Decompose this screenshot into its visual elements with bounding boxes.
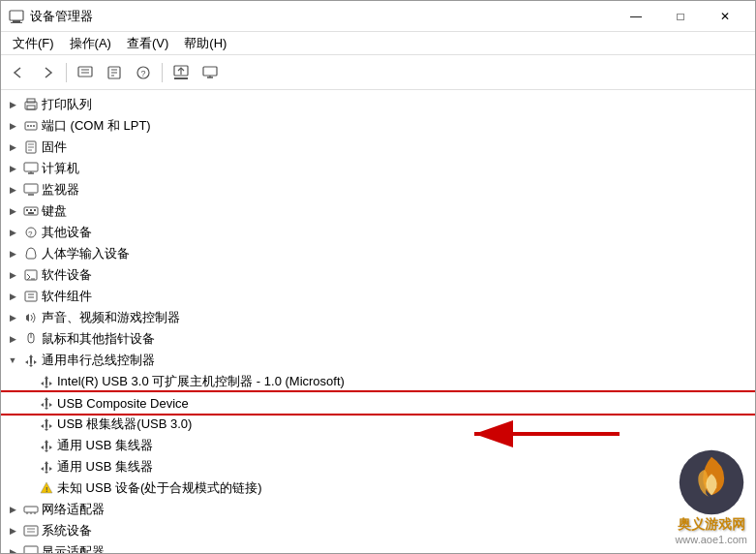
keyboard-icon xyxy=(23,203,39,219)
monitor-button[interactable] xyxy=(197,59,224,86)
sound-icon xyxy=(23,310,39,325)
usb-generic1-icon xyxy=(39,438,54,453)
usb-generic1-label: 通用 USB 集线器 xyxy=(57,437,153,454)
hid-icon xyxy=(23,246,39,262)
svg-rect-38 xyxy=(28,212,34,214)
expand-net-adapter[interactable]: ▶ xyxy=(5,502,20,517)
content-area: ▶ 打印队列 ▶ 端口 (COM 和 LPT) ▶ xyxy=(1,90,755,553)
expand-mouse[interactable]: ▶ xyxy=(5,331,20,347)
expand-computer[interactable]: ▶ xyxy=(5,161,20,176)
tree-item-printers[interactable]: ▶ 打印队列 xyxy=(1,94,755,115)
svg-rect-20 xyxy=(27,106,35,109)
tree-item-usb-generic2[interactable]: ▶ 通用 USB 集线器 xyxy=(1,456,755,477)
svg-rect-56 xyxy=(24,546,38,553)
tree-item-mouse[interactable]: ▶ 鼠标和其他指针设备 xyxy=(1,328,755,350)
expand-software-dev[interactable]: ▶ xyxy=(5,267,20,283)
menu-action[interactable]: 操作(A) xyxy=(62,33,119,54)
menu-file[interactable]: 文件(F) xyxy=(5,33,62,54)
svg-rect-3 xyxy=(78,67,92,77)
expand-system[interactable]: ▶ xyxy=(5,523,20,539)
tree-item-display[interactable]: ▶ 显示适配器 xyxy=(1,541,755,553)
display-icon xyxy=(23,544,39,553)
printer-icon xyxy=(23,97,39,112)
tree-item-system[interactable]: ▶ 系统设备 xyxy=(1,520,755,541)
monitor-icon xyxy=(202,65,218,80)
expand-software-comp[interactable]: ▶ xyxy=(5,289,20,304)
software-comp-label: 软件组件 xyxy=(42,288,92,305)
show-hidden-icon xyxy=(77,65,93,80)
other-label: 其他设备 xyxy=(42,224,92,241)
tree-item-usb-generic1[interactable]: ▶ 通用 USB 集线器 xyxy=(1,435,755,456)
tree-item-ports[interactable]: ▶ 端口 (COM 和 LPT) xyxy=(1,115,755,137)
computer-icon xyxy=(23,161,39,176)
tree-item-sound[interactable]: ▶ 声音、视频和游戏控制器 xyxy=(1,307,755,328)
usb-composite-label: USB Composite Device xyxy=(57,396,189,411)
sw-comp-icon xyxy=(23,289,39,304)
tree-item-software-comp[interactable]: ▶ 软件组件 xyxy=(1,286,755,307)
back-button[interactable] xyxy=(5,59,32,86)
expand-printers[interactable]: ▶ xyxy=(5,97,20,112)
minimize-button[interactable]: — xyxy=(614,1,658,32)
menu-view[interactable]: 查看(V) xyxy=(119,33,176,54)
svg-text:?: ? xyxy=(141,69,146,78)
expand-display[interactable]: ▶ xyxy=(5,544,20,553)
update-button[interactable] xyxy=(167,59,195,86)
tree-item-monitors[interactable]: ▶ 监视器 xyxy=(1,179,755,200)
usb-hub1-icon xyxy=(39,416,54,432)
usb-generic2-icon xyxy=(39,459,54,475)
tree-item-usb-ctrl[interactable]: ▼ 通用串行总线控制器 xyxy=(1,350,755,371)
svg-rect-35 xyxy=(26,209,28,211)
properties-button[interactable] xyxy=(101,59,128,86)
tree-item-firmware[interactable]: ▶ 固件 xyxy=(1,137,755,158)
forward-button[interactable] xyxy=(34,59,61,86)
intel-usb-label: Intel(R) USB 3.0 可扩展主机控制器 - 1.0 (Microso… xyxy=(57,373,345,390)
usb-hub1-label: USB 根集线器(USB 3.0) xyxy=(57,416,192,433)
expand-hid[interactable]: ▶ xyxy=(5,246,20,262)
expand-ports[interactable]: ▶ xyxy=(5,118,20,134)
monitors-label: 监视器 xyxy=(42,181,79,199)
tree-item-computer[interactable]: ▶ 计算机 xyxy=(1,158,755,179)
menu-help[interactable]: 帮助(H) xyxy=(176,33,234,54)
expand-other[interactable]: ▶ xyxy=(5,225,20,240)
hid-label: 人体学输入设备 xyxy=(42,245,130,262)
svg-rect-29 xyxy=(24,163,38,171)
device-tree[interactable]: ▶ 打印队列 ▶ 端口 (COM 和 LPT) ▶ xyxy=(1,90,755,553)
svg-rect-53 xyxy=(24,526,38,536)
usb-unknown-icon: ! xyxy=(39,480,54,496)
expand-sound[interactable]: ▶ xyxy=(5,310,20,325)
firmware-label: 固件 xyxy=(42,138,67,156)
svg-text:!: ! xyxy=(45,485,48,494)
tree-item-usb-composite[interactable]: ▶ USB Composite Device xyxy=(1,392,755,414)
tree-item-net-adapter[interactable]: ▶ 网络适配器 xyxy=(1,499,755,520)
expand-monitors[interactable]: ▶ xyxy=(5,182,20,198)
mouse-label: 鼠标和其他指针设备 xyxy=(42,330,155,348)
tree-item-other[interactable]: ▶ ? 其他设备 xyxy=(1,222,755,243)
maximize-button[interactable]: □ xyxy=(658,1,703,32)
tree-item-software-dev[interactable]: ▶ 软件设备 xyxy=(1,264,755,286)
printers-label: 打印队列 xyxy=(42,96,92,113)
sound-label: 声音、视频和游戏控制器 xyxy=(42,309,180,326)
show-hidden-button[interactable] xyxy=(72,59,99,86)
svg-rect-43 xyxy=(25,292,37,301)
software-dev-label: 软件设备 xyxy=(42,266,92,284)
help-button[interactable]: ? xyxy=(130,59,157,86)
computer-label: 计算机 xyxy=(42,160,79,177)
svg-text:?: ? xyxy=(28,230,33,238)
tree-item-keyboard[interactable]: ▶ 键盘 xyxy=(1,200,755,222)
update-icon xyxy=(173,65,189,80)
close-button[interactable]: ✕ xyxy=(703,1,747,32)
monitor-tree-icon xyxy=(23,182,39,198)
expand-usb-ctrl[interactable]: ▼ xyxy=(5,353,20,368)
tree-item-usb-hub1[interactable]: ▶ USB 根集线器(USB 3.0) xyxy=(1,414,755,435)
window-title: 设备管理器 xyxy=(30,8,614,25)
svg-rect-2 xyxy=(11,22,22,23)
tree-item-hid[interactable]: ▶ 人体学输入设备 xyxy=(1,243,755,264)
back-icon xyxy=(11,65,26,80)
device-manager-window: 设备管理器 — □ ✕ 文件(F) 操作(A) 查看(V) 帮助(H) xyxy=(0,0,756,554)
expand-firmware[interactable]: ▶ xyxy=(5,139,20,155)
help-icon: ? xyxy=(136,65,151,80)
expand-keyboard[interactable]: ▶ xyxy=(5,203,20,219)
tree-item-intel-usb[interactable]: ▶ Intel(R) USB 3.0 可扩展主机控制器 - 1.0 (Micro… xyxy=(1,371,755,392)
display-label: 显示适配器 xyxy=(42,543,105,553)
tree-item-usb-unknown[interactable]: ▶ ! 未知 USB 设备(处于合规模式的链接) xyxy=(1,477,755,499)
